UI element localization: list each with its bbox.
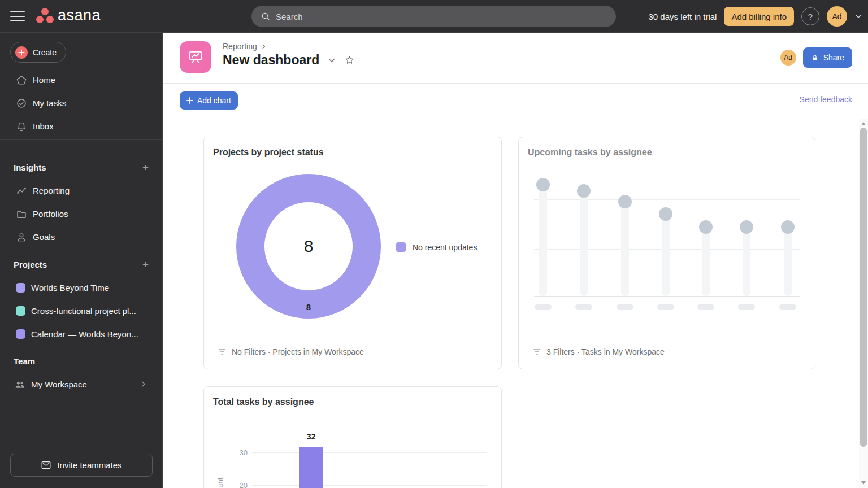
lollipop-dot: [740, 220, 753, 234]
legend-label: No recent updates: [413, 243, 477, 252]
project-label: Calendar — Worlds Beyon...: [31, 329, 149, 339]
lollipop-dot: [618, 195, 632, 208]
people-icon: [14, 379, 25, 390]
member-avatar[interactable]: Ad: [780, 50, 796, 66]
project-label: Worlds Beyond Time: [31, 283, 119, 293]
vertical-scrollbar[interactable]: [859, 119, 868, 488]
chart-legend: No recent updates: [396, 242, 477, 252]
breadcrumb-reporting-link[interactable]: Reporting: [223, 42, 257, 51]
sidebar-section-insights: Insights +: [0, 156, 162, 179]
star-icon[interactable]: [344, 55, 355, 66]
y-axis-title: Count: [216, 478, 224, 488]
sidebar-item-my-workspace[interactable]: My Workspace: [0, 373, 162, 396]
main-area: Reporting New dashboard Ad Share Add cha…: [163, 33, 868, 488]
create-button-label: Create: [33, 48, 57, 57]
trial-countdown: 30 days left in trial: [649, 12, 717, 21]
lollipop-stick: [662, 214, 670, 296]
sidebar-item-my-tasks[interactable]: My tasks: [0, 91, 162, 115]
lollipop-plot: [519, 137, 815, 334]
lollipop-stick: [580, 191, 588, 296]
sidebar-section-projects: Projects +: [0, 253, 162, 276]
project-color-swatch: [16, 283, 25, 293]
sidebar-bottom: Invite teammates: [0, 441, 162, 488]
sidebar-item-home[interactable]: Home: [0, 68, 162, 91]
add-insight-button[interactable]: +: [142, 162, 149, 173]
gridline: [252, 485, 487, 486]
y-tick-label: 30: [227, 448, 248, 457]
plus-icon: [186, 97, 193, 104]
help-button[interactable]: ?: [801, 7, 819, 25]
chart-card-total-tasks: Total tasks by assignee 30 20 Count 32: [203, 386, 502, 488]
y-tick-label: 20: [227, 481, 248, 488]
sidebar-item-label: My tasks: [33, 98, 66, 108]
person-icon: [16, 232, 27, 243]
scroll-down-arrow[interactable]: [861, 481, 866, 485]
sidebar-item-inbox[interactable]: Inbox: [0, 115, 162, 138]
project-label: Cross-functional project pl...: [31, 306, 146, 316]
lollipop-dot: [699, 220, 713, 234]
home-icon: [16, 75, 27, 86]
lollipop-stick: [743, 227, 750, 296]
chart-card-upcoming-tasks: Upcoming tasks by assignee 3 Filters · T…: [518, 137, 815, 369]
create-button[interactable]: Create: [10, 42, 66, 63]
asana-logo-dots-icon: [36, 7, 54, 24]
invite-teammates-button[interactable]: Invite teammates: [10, 454, 153, 477]
folder-icon: [16, 208, 27, 220]
sidebar-project-cross-functional[interactable]: Cross-functional project pl...: [0, 299, 162, 323]
project-color-swatch: [16, 329, 25, 339]
axis-label-placeholder: [535, 304, 552, 310]
sidebar-item-label: Inbox: [33, 121, 54, 131]
lollipop-dot: [577, 184, 591, 198]
sidebar-project-worlds-beyond-time[interactable]: Worlds Beyond Time: [0, 276, 162, 299]
add-billing-info-button[interactable]: Add billing info: [724, 7, 794, 26]
chart-filter-bar[interactable]: 3 Filters · Tasks in My Workspace: [519, 334, 815, 369]
filter-icon: [532, 347, 541, 356]
sidebar-item-portfolios[interactable]: Portfolios: [0, 202, 162, 225]
sidebar-item-reporting[interactable]: Reporting: [0, 179, 162, 202]
section-title: Projects: [14, 260, 47, 269]
chart-card-projects-by-status: Projects by project status 8 8 No recent…: [203, 137, 502, 369]
sidebar-project-calendar[interactable]: Calendar — Worlds Beyon...: [0, 323, 162, 346]
lollipop-stick: [539, 185, 547, 296]
lollipop-dot: [659, 207, 672, 221]
chevron-right-icon[interactable]: [140, 380, 147, 388]
sidebar-item-label: Home: [33, 75, 55, 85]
lollipop-dot: [536, 178, 550, 191]
line-chart-icon: [16, 185, 27, 197]
add-chart-button[interactable]: Add chart: [180, 91, 238, 110]
sidebar-section-team: Team: [0, 350, 162, 373]
filter-icon: [218, 347, 227, 356]
lollipop-stick: [702, 227, 710, 296]
sidebar-item-goals[interactable]: Goals: [0, 225, 162, 249]
invite-teammates-label: Invite teammates: [57, 460, 121, 470]
user-avatar[interactable]: Ad: [827, 6, 847, 27]
search-bar[interactable]: [251, 6, 616, 27]
gridline: [252, 452, 487, 453]
dashboard-tile: [180, 41, 211, 73]
search-icon: [261, 11, 271, 21]
axis-label-placeholder: [657, 304, 674, 310]
add-chart-label: Add chart: [197, 96, 231, 105]
section-title: Team: [14, 356, 35, 366]
search-input[interactable]: [276, 12, 607, 21]
title-dropdown-chevron-icon[interactable]: [327, 56, 336, 65]
project-color-swatch: [16, 306, 25, 316]
scroll-up-arrow[interactable]: [861, 122, 866, 125]
send-feedback-link[interactable]: Send feedback: [800, 95, 852, 104]
hamburger-menu-icon[interactable]: [10, 11, 25, 21]
lollipop-dot: [781, 220, 795, 234]
add-project-button[interactable]: +: [142, 259, 149, 270]
asana-logo[interactable]: asana: [36, 7, 101, 24]
bar: [299, 447, 323, 488]
page-header: Reporting New dashboard Ad Share: [163, 33, 868, 84]
dashboard-content: Projects by project status 8 8 No recent…: [163, 117, 868, 488]
axis-label-placeholder: [779, 304, 796, 310]
sidebar-item-label: Portfolios: [33, 209, 68, 219]
scrollbar-thumb[interactable]: [860, 128, 867, 447]
plus-icon: [15, 46, 28, 59]
chart-filter-bar[interactable]: No Filters · Projects in My Workspace: [204, 334, 501, 369]
account-menu-chevron[interactable]: [854, 12, 862, 20]
breadcrumb: Reporting: [223, 42, 355, 51]
chart-title: Total tasks by assignee: [213, 397, 314, 407]
share-button[interactable]: Share: [803, 47, 852, 68]
